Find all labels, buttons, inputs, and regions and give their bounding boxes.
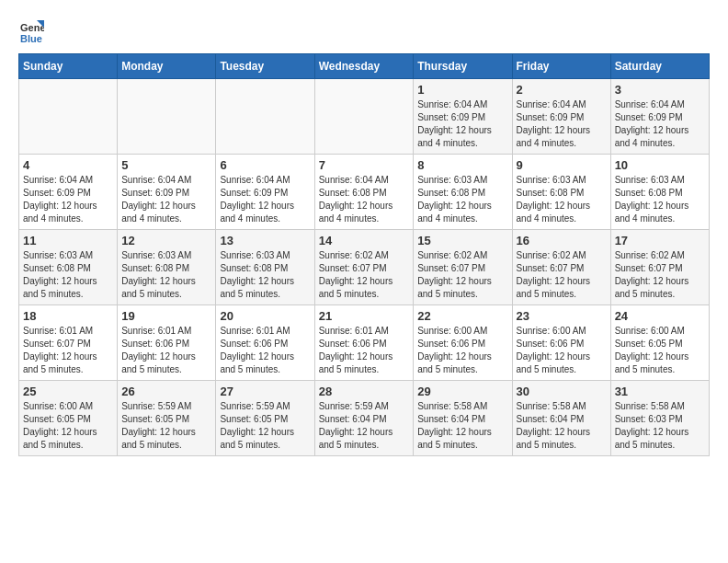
day-info: Sunrise: 6:03 AM Sunset: 6:08 PM Dayligh… bbox=[220, 249, 310, 301]
day-cell: 3Sunrise: 6:04 AM Sunset: 6:09 PM Daylig… bbox=[610, 79, 709, 155]
day-cell bbox=[314, 79, 414, 155]
day-number: 30 bbox=[517, 385, 607, 398]
day-number: 12 bbox=[121, 234, 211, 247]
day-cell bbox=[19, 79, 118, 155]
day-cell: 25Sunrise: 6:00 AM Sunset: 6:05 PM Dayli… bbox=[19, 381, 118, 456]
day-info: Sunrise: 5:58 AM Sunset: 6:04 PM Dayligh… bbox=[417, 400, 507, 452]
day-info: Sunrise: 6:04 AM Sunset: 6:09 PM Dayligh… bbox=[517, 98, 607, 150]
day-cell: 5Sunrise: 6:04 AM Sunset: 6:09 PM Daylig… bbox=[118, 155, 216, 230]
day-number: 9 bbox=[517, 158, 607, 172]
day-info: Sunrise: 6:02 AM Sunset: 6:07 PM Dayligh… bbox=[615, 249, 705, 301]
header-cell-tuesday: Tuesday bbox=[216, 54, 314, 79]
day-cell: 29Sunrise: 5:58 AM Sunset: 6:04 PM Dayli… bbox=[414, 381, 512, 456]
day-info: Sunrise: 6:00 AM Sunset: 6:06 PM Dayligh… bbox=[517, 325, 607, 376]
day-info: Sunrise: 6:01 AM Sunset: 6:06 PM Dayligh… bbox=[319, 325, 410, 376]
day-info: Sunrise: 5:59 AM Sunset: 6:05 PM Dayligh… bbox=[121, 400, 211, 452]
day-number: 8 bbox=[417, 158, 507, 172]
day-info: Sunrise: 5:58 AM Sunset: 6:04 PM Dayligh… bbox=[517, 400, 607, 452]
day-number: 10 bbox=[615, 158, 705, 172]
day-number: 29 bbox=[417, 385, 507, 398]
header-cell-monday: Monday bbox=[118, 54, 216, 79]
day-info: Sunrise: 6:00 AM Sunset: 6:05 PM Dayligh… bbox=[615, 325, 705, 376]
day-cell: 21Sunrise: 6:01 AM Sunset: 6:06 PM Dayli… bbox=[314, 305, 414, 381]
day-number: 27 bbox=[220, 385, 310, 398]
week-row-3: 11Sunrise: 6:03 AM Sunset: 6:08 PM Dayli… bbox=[19, 230, 710, 305]
day-info: Sunrise: 6:03 AM Sunset: 6:08 PM Dayligh… bbox=[23, 249, 113, 301]
day-number: 20 bbox=[220, 309, 310, 323]
day-number: 22 bbox=[417, 309, 507, 323]
day-cell: 27Sunrise: 5:59 AM Sunset: 6:05 PM Dayli… bbox=[216, 381, 314, 456]
day-number: 24 bbox=[615, 309, 705, 323]
day-cell: 10Sunrise: 6:03 AM Sunset: 6:08 PM Dayli… bbox=[610, 155, 709, 230]
day-number: 15 bbox=[417, 234, 507, 247]
day-number: 18 bbox=[23, 309, 113, 323]
day-cell: 4Sunrise: 6:04 AM Sunset: 6:09 PM Daylig… bbox=[19, 155, 118, 230]
day-number: 2 bbox=[517, 83, 607, 97]
day-number: 3 bbox=[615, 83, 705, 97]
day-cell bbox=[216, 79, 314, 155]
day-number: 4 bbox=[23, 158, 113, 172]
day-number: 5 bbox=[121, 158, 211, 172]
day-info: Sunrise: 6:00 AM Sunset: 6:06 PM Dayligh… bbox=[417, 325, 507, 376]
day-number: 17 bbox=[615, 234, 705, 247]
svg-text:Blue: Blue bbox=[20, 33, 42, 44]
day-number: 21 bbox=[319, 309, 410, 323]
week-row-1: 1Sunrise: 6:04 AM Sunset: 6:09 PM Daylig… bbox=[19, 79, 710, 155]
day-cell: 28Sunrise: 5:59 AM Sunset: 6:04 PM Dayli… bbox=[314, 381, 414, 456]
day-info: Sunrise: 6:04 AM Sunset: 6:09 PM Dayligh… bbox=[23, 174, 113, 225]
day-cell bbox=[118, 79, 216, 155]
day-cell: 31Sunrise: 5:58 AM Sunset: 6:03 PM Dayli… bbox=[610, 381, 709, 456]
day-cell: 30Sunrise: 5:58 AM Sunset: 6:04 PM Dayli… bbox=[512, 381, 610, 456]
day-cell: 19Sunrise: 6:01 AM Sunset: 6:06 PM Dayli… bbox=[118, 305, 216, 381]
header-cell-sunday: Sunday bbox=[19, 54, 118, 79]
week-row-4: 18Sunrise: 6:01 AM Sunset: 6:07 PM Dayli… bbox=[19, 305, 710, 381]
day-info: Sunrise: 6:04 AM Sunset: 6:09 PM Dayligh… bbox=[417, 98, 507, 150]
day-cell: 18Sunrise: 6:01 AM Sunset: 6:07 PM Dayli… bbox=[19, 305, 118, 381]
day-info: Sunrise: 6:04 AM Sunset: 6:09 PM Dayligh… bbox=[121, 174, 211, 225]
day-info: Sunrise: 6:04 AM Sunset: 6:09 PM Dayligh… bbox=[220, 174, 310, 225]
day-number: 31 bbox=[615, 385, 705, 398]
day-info: Sunrise: 6:02 AM Sunset: 6:07 PM Dayligh… bbox=[319, 249, 410, 301]
day-number: 14 bbox=[319, 234, 410, 247]
day-cell: 12Sunrise: 6:03 AM Sunset: 6:08 PM Dayli… bbox=[118, 230, 216, 305]
day-number: 19 bbox=[121, 309, 211, 323]
logo: General Blue bbox=[18, 18, 48, 44]
day-cell: 17Sunrise: 6:02 AM Sunset: 6:07 PM Dayli… bbox=[610, 230, 709, 305]
day-cell: 13Sunrise: 6:03 AM Sunset: 6:08 PM Dayli… bbox=[216, 230, 314, 305]
day-cell: 9Sunrise: 6:03 AM Sunset: 6:08 PM Daylig… bbox=[512, 155, 610, 230]
day-number: 26 bbox=[121, 385, 211, 398]
day-number: 28 bbox=[319, 385, 410, 398]
day-info: Sunrise: 6:03 AM Sunset: 6:08 PM Dayligh… bbox=[517, 174, 607, 225]
day-info: Sunrise: 5:59 AM Sunset: 6:05 PM Dayligh… bbox=[220, 400, 310, 452]
day-number: 11 bbox=[23, 234, 113, 247]
header-cell-saturday: Saturday bbox=[610, 54, 709, 79]
day-info: Sunrise: 6:03 AM Sunset: 6:08 PM Dayligh… bbox=[615, 174, 705, 225]
day-number: 23 bbox=[517, 309, 607, 323]
day-number: 7 bbox=[319, 158, 410, 172]
day-number: 13 bbox=[220, 234, 310, 247]
calendar-table: SundayMondayTuesdayWednesdayThursdayFrid… bbox=[18, 53, 710, 456]
day-info: Sunrise: 6:04 AM Sunset: 6:09 PM Dayligh… bbox=[615, 98, 705, 150]
day-cell: 22Sunrise: 6:00 AM Sunset: 6:06 PM Dayli… bbox=[414, 305, 512, 381]
week-row-2: 4Sunrise: 6:04 AM Sunset: 6:09 PM Daylig… bbox=[19, 155, 710, 230]
day-cell: 26Sunrise: 5:59 AM Sunset: 6:05 PM Dayli… bbox=[118, 381, 216, 456]
day-number: 1 bbox=[417, 83, 507, 97]
day-cell: 7Sunrise: 6:04 AM Sunset: 6:08 PM Daylig… bbox=[314, 155, 414, 230]
day-cell: 14Sunrise: 6:02 AM Sunset: 6:07 PM Dayli… bbox=[314, 230, 414, 305]
day-cell: 11Sunrise: 6:03 AM Sunset: 6:08 PM Dayli… bbox=[19, 230, 118, 305]
day-info: Sunrise: 5:59 AM Sunset: 6:04 PM Dayligh… bbox=[319, 400, 410, 452]
day-info: Sunrise: 6:04 AM Sunset: 6:08 PM Dayligh… bbox=[319, 174, 410, 225]
day-cell: 1Sunrise: 6:04 AM Sunset: 6:09 PM Daylig… bbox=[414, 79, 512, 155]
day-cell: 15Sunrise: 6:02 AM Sunset: 6:07 PM Dayli… bbox=[414, 230, 512, 305]
day-info: Sunrise: 6:00 AM Sunset: 6:05 PM Dayligh… bbox=[23, 400, 113, 452]
day-info: Sunrise: 6:01 AM Sunset: 6:06 PM Dayligh… bbox=[220, 325, 310, 376]
day-cell: 6Sunrise: 6:04 AM Sunset: 6:09 PM Daylig… bbox=[216, 155, 314, 230]
day-cell: 24Sunrise: 6:00 AM Sunset: 6:05 PM Dayli… bbox=[610, 305, 709, 381]
day-cell: 16Sunrise: 6:02 AM Sunset: 6:07 PM Dayli… bbox=[512, 230, 610, 305]
header-cell-friday: Friday bbox=[512, 54, 610, 79]
header-cell-wednesday: Wednesday bbox=[314, 54, 414, 79]
day-cell: 20Sunrise: 6:01 AM Sunset: 6:06 PM Dayli… bbox=[216, 305, 314, 381]
day-info: Sunrise: 6:02 AM Sunset: 6:07 PM Dayligh… bbox=[417, 249, 507, 301]
day-info: Sunrise: 6:03 AM Sunset: 6:08 PM Dayligh… bbox=[121, 249, 211, 301]
day-info: Sunrise: 5:58 AM Sunset: 6:03 PM Dayligh… bbox=[615, 400, 705, 452]
